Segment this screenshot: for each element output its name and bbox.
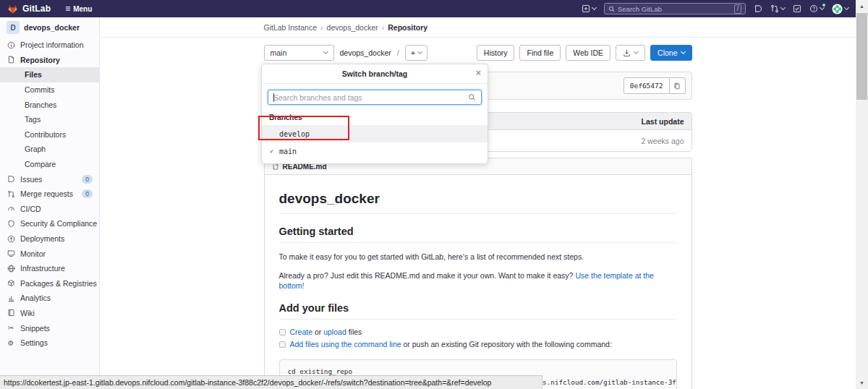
scroll-down-arrow[interactable]: ▼ [856, 377, 868, 389]
todo-check-icon [793, 4, 801, 13]
sidebar-item-packages-registries[interactable]: Packages & Registries [0, 276, 99, 291]
find-file-button[interactable]: Find file [519, 45, 561, 61]
last-update-value: 2 weeks ago [642, 137, 684, 145]
branch-option-main[interactable]: ✓ main [262, 142, 488, 160]
sidebar-item-tags[interactable]: Tags [0, 112, 99, 127]
sidebar-item-security-compliance[interactable]: Security & Compliance [0, 216, 99, 231]
sidebar-item-label: Monitor [20, 249, 46, 258]
readme-heading-getting-started: Getting started [279, 214, 677, 243]
search-icon [608, 6, 615, 12]
sidebar-item-project-information[interactable]: Project information [0, 38, 99, 53]
issues-nav-button[interactable] [754, 4, 762, 13]
close-icon[interactable]: × [475, 68, 481, 77]
clone-button[interactable]: Clone [650, 45, 692, 61]
sidebar-item-infrastructure[interactable]: Infrastructure [0, 261, 99, 276]
sidebar-item-label: Tags [25, 115, 41, 124]
sidebar-item-merge-requests[interactable]: Merge requests 0 [0, 187, 99, 202]
global-search[interactable]: / [604, 3, 746, 14]
clipboard-icon [673, 82, 681, 90]
readme-paragraph: Already a pro? Just edit this README.md … [279, 270, 677, 291]
branch-search-field[interactable] [268, 90, 482, 105]
sidebar-item-label: Packages & Registries [20, 279, 97, 288]
chevron-down-icon [634, 49, 639, 54]
sidebar-item-label: Merge requests [20, 189, 73, 198]
sidebar-project-header[interactable]: D devops_docker [0, 17, 99, 38]
breadcrumb-bar: GitLab Instance › devops_docker › Reposi… [100, 17, 856, 38]
chevron-down-icon [417, 49, 422, 54]
menu-button[interactable]: ≡ Menu [65, 5, 92, 13]
document-icon [7, 56, 15, 64]
project-avatar: D [7, 21, 20, 34]
add-file-dropdown-button[interactable]: + [405, 45, 427, 61]
gear-icon: ⚙ [7, 339, 15, 347]
sidebar-item-repository[interactable]: Repository [0, 53, 99, 68]
sidebar-item-deployments[interactable]: Deployments [0, 231, 99, 247]
web-ide-button[interactable]: Web IDE [566, 45, 610, 61]
sidebar-item-label: Infrastructure [20, 264, 65, 273]
merge-request-icon [770, 4, 779, 13]
sidebar-item-wiki[interactable]: Wiki [0, 306, 99, 321]
status-url: https://dcokertest.jp-east-1.gitlab.devo… [4, 378, 491, 387]
gitlab-brand[interactable]: GitLab [7, 4, 51, 14]
sidebar-item-monitor[interactable]: Monitor [0, 246, 99, 261]
hamburger-icon: ≡ [65, 5, 70, 12]
breadcrumb-separator: › [320, 23, 323, 32]
create-link[interactable]: Create [290, 328, 313, 336]
plus-square-icon [582, 4, 590, 13]
breadcrumb: GitLab Instance › devops_docker › Reposi… [264, 23, 692, 32]
book-icon [7, 309, 15, 317]
repo-toolbar: main devops_docker / + History Find file… [264, 45, 692, 61]
merge-requests-nav-button[interactable] [770, 4, 785, 13]
sidebar-item-label: Issues [20, 175, 42, 184]
upload-link[interactable]: upload [323, 328, 346, 336]
issues-icon [754, 4, 762, 13]
sidebar-item-commits[interactable]: Commits [0, 82, 99, 98]
brand-name: GitLab [22, 4, 51, 14]
sidebar-item-settings[interactable]: ⚙ Settings [0, 335, 99, 351]
search-icon [468, 93, 476, 101]
search-input[interactable] [618, 5, 712, 13]
sidebar-item-snippets[interactable]: ✂ Snippets [0, 320, 99, 335]
sidebar-item-compare[interactable]: Compare [0, 157, 99, 172]
help-menu-button[interactable] [809, 4, 824, 13]
breadcrumb-group[interactable]: GitLab Instance [264, 23, 318, 32]
sidebar-item-issues[interactable]: Issues 0 [0, 171, 99, 187]
sidebar-item-branches[interactable]: Branches [0, 97, 99, 112]
branch-option-develop[interactable]: develop [262, 125, 488, 142]
download-icon [623, 49, 631, 57]
vertical-scrollbar[interactable]: ▲ ▼ [856, 0, 868, 389]
scissors-icon: ✂ [7, 324, 15, 332]
sidebar-item-contributors[interactable]: Contributors [0, 127, 99, 142]
sidebar-item-files[interactable]: Files [0, 67, 99, 82]
new-menu-button[interactable] [582, 4, 596, 13]
sidebar-item-ci-cd[interactable]: CI/CD [0, 202, 99, 217]
breadcrumb-project[interactable]: devops_docker [327, 23, 378, 32]
sidebar-item-analytics[interactable]: Analytics [0, 291, 99, 306]
todos-nav-button[interactable] [793, 4, 801, 13]
download-button[interactable] [616, 45, 645, 61]
sidebar-item-graph[interactable]: Graph [0, 142, 99, 157]
user-menu-button[interactable] [832, 4, 848, 14]
scrollbar-thumb[interactable] [856, 13, 867, 100]
sidebar-item-label: Security & Compliance [20, 219, 97, 228]
sidebar-item-label: Snippets [20, 324, 50, 333]
ci-cd-icon [7, 205, 15, 213]
command-line-link[interactable]: Add files using the command line [290, 340, 401, 349]
branch-selector[interactable]: main [264, 45, 334, 61]
breadcrumb-separator: › [382, 23, 385, 32]
repo-path[interactable]: devops_docker [340, 48, 391, 57]
dialog-header: Switch branch/tag × [262, 64, 488, 84]
task-list-item: Add files using the command line or push… [279, 340, 677, 349]
history-button[interactable]: History [477, 45, 515, 61]
menu-label: Menu [73, 5, 92, 13]
checkbox [279, 341, 286, 348]
copy-sha-button[interactable] [670, 77, 686, 94]
chart-icon [7, 294, 15, 302]
readme-paragraph: To make it easy for you to get started w… [279, 252, 677, 262]
plus-icon: + [411, 48, 415, 57]
breadcrumb-current: Repository [388, 23, 427, 32]
branch-selector-value: main [271, 48, 287, 57]
branch-search-input[interactable] [273, 93, 454, 102]
scroll-up-arrow[interactable]: ▲ [856, 0, 868, 12]
package-icon [7, 279, 15, 287]
